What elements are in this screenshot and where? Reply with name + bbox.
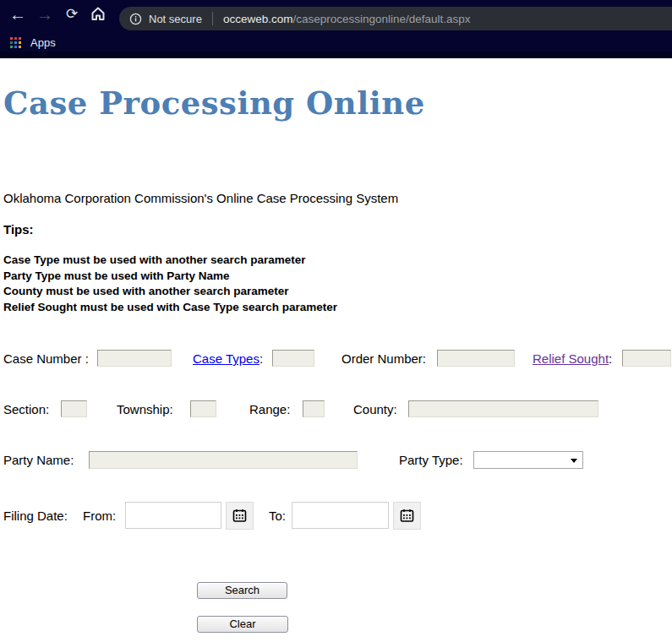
range-label: Range: [249,402,290,416]
clear-button[interactable]: Clear [197,616,288,633]
order-number-label: Order Number: [341,351,426,366]
refresh-icon[interactable]: ⟳ [61,3,83,25]
party-type-select[interactable] [473,451,583,469]
url-path[interactable]: /caseprocessingonline/default.aspx [292,13,470,25]
chevron-down-icon [571,459,577,463]
address-bar[interactable]: Not secure occeweb.com /caseprocessingon… [119,7,672,30]
case-type-input[interactable] [272,350,314,367]
omnibox-divider [212,12,213,25]
range-input[interactable] [303,400,325,417]
tips-list: Case Type must be used with another sear… [3,253,337,315]
calendar-icon [232,509,247,523]
to-label: To: [269,509,286,523]
from-label: From: [83,509,116,523]
filing-to-input[interactable] [292,502,389,529]
page: ← → ⟳ Not secure occeweb.com /caseproces… [0,0,672,642]
apps-bookmark[interactable]: Apps [30,36,56,49]
township-label: Township: [117,402,173,416]
case-types-link[interactable]: Case Types [193,351,260,366]
filing-from-input[interactable] [125,502,221,529]
chrome-bottom-band [0,52,672,58]
county-label: County: [353,402,397,416]
party-type-selected-value [474,454,478,466]
order-number-input[interactable] [437,350,515,367]
browser-toolbar: ← → ⟳ Not secure occeweb.com /caseproces… [0,0,672,52]
party-type-label: Party Type: [399,453,463,467]
apps-grid-icon[interactable] [10,37,21,48]
info-icon[interactable] [129,13,142,25]
tip-line: Relief Sought must be used with Case Typ… [3,300,337,316]
section-label: Section: [3,402,49,416]
township-input[interactable] [190,400,216,417]
search-button[interactable]: Search [197,582,287,599]
bookmarks-bar: Apps [0,34,672,52]
tip-line: County must be used with another search … [3,284,337,300]
section-input[interactable] [61,400,87,417]
url-domain[interactable]: occeweb.com [223,13,293,25]
tip-line: Case Type must be used with another sear… [3,253,337,269]
relief-sought-colon: : [609,351,612,366]
county-input[interactable] [408,400,598,417]
case-types-colon: : [260,351,263,366]
tips-heading: Tips: [3,222,34,237]
page-subtitle: Oklahoma Corporation Commission's Online… [3,191,398,205]
back-icon[interactable]: ← [7,3,29,25]
tip-line: Party Type must be used with Party Name [3,269,337,285]
party-name-label: Party Name: [3,453,74,467]
relief-sought-link[interactable]: Relief Sought [533,351,609,366]
not-secure-badge[interactable]: Not secure [149,13,202,25]
party-name-input[interactable] [89,451,358,469]
case-number-input[interactable] [97,350,172,367]
forward-icon[interactable]: → [34,3,56,25]
filing-date-label: Filing Date: [3,509,68,523]
relief-sought-label-wrap: Relief Sought: [533,351,612,366]
case-types-label-wrap: Case Types: [193,351,263,366]
case-number-label: Case Number : [3,351,89,366]
relief-sought-input[interactable] [622,350,671,367]
calendar-icon [400,509,414,523]
home-icon[interactable] [87,5,109,27]
page-title: Case Processing Online [3,84,425,122]
to-calendar-button[interactable] [393,502,421,530]
from-calendar-button[interactable] [226,502,254,530]
